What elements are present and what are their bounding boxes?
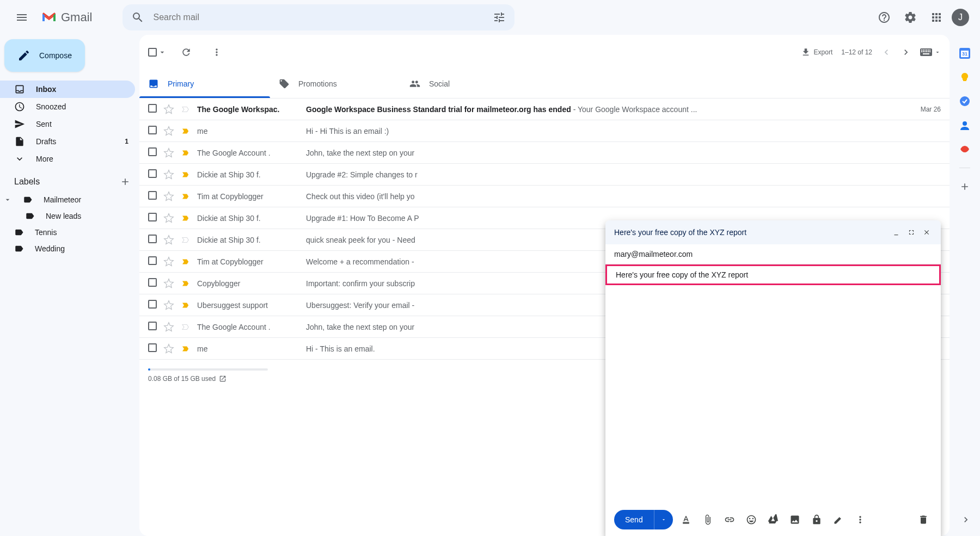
star-button[interactable] bbox=[163, 104, 174, 115]
important-icon[interactable] bbox=[181, 279, 191, 288]
row-checkbox[interactable] bbox=[148, 213, 157, 223]
important-icon[interactable] bbox=[181, 235, 191, 245]
search-icon-button[interactable] bbox=[127, 7, 149, 28]
attach-button[interactable] bbox=[699, 511, 716, 528]
drive-button[interactable] bbox=[764, 511, 782, 528]
row-checkbox[interactable] bbox=[148, 169, 157, 180]
link-button[interactable] bbox=[721, 511, 738, 528]
important-icon[interactable] bbox=[181, 257, 191, 267]
gmail-logo[interactable]: Gmail bbox=[39, 10, 92, 24]
export-button[interactable]: Export bbox=[801, 47, 833, 57]
image-button[interactable] bbox=[786, 511, 804, 528]
email-row[interactable]: me Hi - Hi This is an email :) bbox=[139, 120, 950, 142]
discard-button[interactable] bbox=[915, 511, 932, 528]
nav-more[interactable]: More bbox=[0, 150, 135, 168]
email-row[interactable]: The Google Account . John, take the next… bbox=[139, 142, 950, 164]
settings-button[interactable] bbox=[899, 7, 921, 28]
label-mailmeteor[interactable]: Mailmeteor bbox=[0, 192, 139, 208]
search-options-button[interactable] bbox=[488, 7, 510, 28]
contacts-addon[interactable] bbox=[959, 120, 970, 131]
star-button[interactable] bbox=[163, 256, 174, 267]
label-wedding[interactable]: Wedding bbox=[0, 241, 139, 257]
prev-page-button[interactable] bbox=[881, 47, 892, 58]
star-button[interactable] bbox=[163, 213, 174, 224]
nav-drafts[interactable]: Drafts1 bbox=[0, 133, 135, 150]
row-checkbox[interactable] bbox=[148, 235, 157, 245]
refresh-button[interactable] bbox=[175, 41, 197, 63]
search-bar[interactable] bbox=[122, 4, 514, 30]
email-row[interactable]: The Google Workspac. Google Workspace Bu… bbox=[139, 98, 950, 120]
support-button[interactable] bbox=[873, 7, 895, 28]
row-checkbox[interactable] bbox=[148, 147, 157, 158]
select-all-checkbox[interactable] bbox=[148, 48, 167, 57]
star-button[interactable] bbox=[163, 235, 174, 245]
confidential-button[interactable] bbox=[808, 511, 825, 528]
minimize-button[interactable] bbox=[891, 227, 902, 238]
star-button[interactable] bbox=[163, 300, 174, 311]
emoji-button[interactable] bbox=[743, 511, 760, 528]
search-input[interactable] bbox=[149, 13, 488, 22]
important-icon[interactable] bbox=[181, 104, 191, 114]
row-checkbox[interactable] bbox=[148, 104, 157, 114]
star-button[interactable] bbox=[163, 191, 174, 202]
star-button[interactable] bbox=[163, 322, 174, 332]
account-avatar[interactable]: J bbox=[952, 9, 969, 26]
keep-addon[interactable] bbox=[959, 72, 970, 83]
more-options-button[interactable] bbox=[852, 511, 869, 528]
important-icon[interactable] bbox=[181, 322, 191, 332]
next-page-button[interactable] bbox=[901, 47, 911, 58]
add-label-button[interactable] bbox=[120, 176, 131, 187]
row-checkbox[interactable] bbox=[148, 343, 157, 354]
nav-snoozed[interactable]: Snoozed bbox=[0, 98, 135, 115]
star-button[interactable] bbox=[163, 278, 174, 289]
compose-button[interactable]: Compose bbox=[4, 39, 85, 72]
star-button[interactable] bbox=[163, 343, 174, 354]
row-checkbox[interactable] bbox=[148, 191, 157, 201]
nav-sent[interactable]: Sent bbox=[0, 115, 135, 133]
svg-text:31: 31 bbox=[962, 51, 967, 57]
main-menu-button[interactable] bbox=[9, 4, 35, 30]
tab-social[interactable]: Social bbox=[401, 70, 531, 98]
compose-to-field[interactable]: mary@mailmeteor.com bbox=[605, 244, 941, 264]
open-in-new-icon[interactable] bbox=[219, 375, 226, 383]
fullscreen-button[interactable] bbox=[906, 227, 917, 238]
compose-header[interactable]: Here's your free copy of the XYZ report bbox=[605, 220, 941, 244]
formatting-button[interactable] bbox=[677, 511, 695, 528]
apps-button[interactable] bbox=[926, 7, 947, 28]
side-panel-toggle[interactable] bbox=[960, 514, 971, 525]
important-icon[interactable] bbox=[181, 213, 191, 223]
row-checkbox[interactable] bbox=[148, 126, 157, 136]
email-row[interactable]: Tim at Copyblogger Check out this video … bbox=[139, 186, 950, 207]
compose-subject-field[interactable]: Here's your free copy of the XYZ report bbox=[605, 264, 941, 285]
row-checkbox[interactable] bbox=[148, 256, 157, 267]
send-options-button[interactable] bbox=[654, 510, 673, 529]
close-button[interactable] bbox=[921, 227, 932, 238]
label-tennis[interactable]: Tennis bbox=[0, 224, 139, 241]
more-button[interactable] bbox=[206, 41, 228, 63]
get-addons-button[interactable] bbox=[959, 181, 970, 192]
compose-body[interactable] bbox=[605, 285, 941, 503]
tab-primary[interactable]: Primary bbox=[139, 70, 270, 98]
email-row[interactable]: Dickie at Ship 30 f. Upgrade #2: Simple … bbox=[139, 164, 950, 186]
star-button[interactable] bbox=[163, 126, 174, 137]
important-icon[interactable] bbox=[181, 170, 191, 180]
important-icon[interactable] bbox=[181, 126, 191, 136]
important-icon[interactable] bbox=[181, 192, 191, 201]
send-button[interactable]: Send bbox=[614, 510, 654, 529]
tab-promotions[interactable]: Promotions bbox=[270, 70, 401, 98]
addon-5[interactable] bbox=[959, 144, 970, 155]
important-icon[interactable] bbox=[181, 344, 191, 354]
signature-button[interactable] bbox=[830, 511, 847, 528]
star-button[interactable] bbox=[163, 169, 174, 180]
calendar-addon[interactable]: 31 bbox=[959, 48, 970, 59]
star-button[interactable] bbox=[163, 147, 174, 158]
tasks-addon[interactable] bbox=[959, 96, 970, 107]
nav-inbox[interactable]: Inbox bbox=[0, 81, 135, 98]
input-toggle[interactable] bbox=[920, 48, 941, 56]
label-new-leads[interactable]: New leads bbox=[0, 208, 139, 224]
important-icon[interactable] bbox=[181, 148, 191, 158]
important-icon[interactable] bbox=[181, 300, 191, 310]
row-checkbox[interactable] bbox=[148, 322, 157, 332]
row-checkbox[interactable] bbox=[148, 300, 157, 310]
row-checkbox[interactable] bbox=[148, 278, 157, 288]
